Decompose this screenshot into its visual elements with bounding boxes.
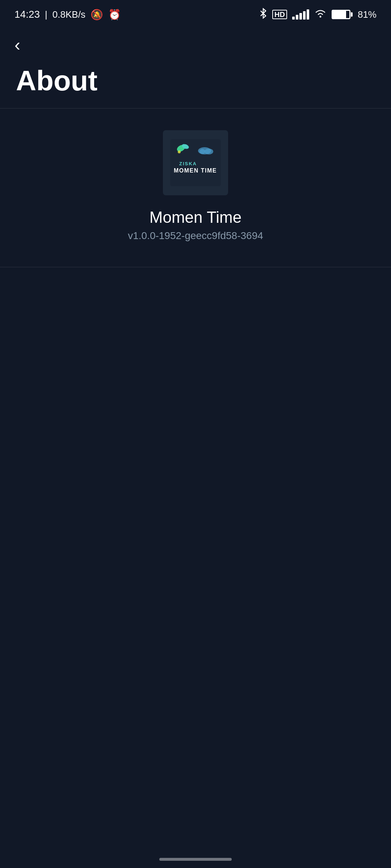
app-logo: ZISKA MOMEN TIME [163,130,228,195]
app-info-section: ZISKA MOMEN TIME Momen Time v1.0.0-1952-… [0,109,391,267]
svg-point-7 [199,149,205,154]
mute-icon: 🔕 [91,9,103,21]
speed-indicator: | [45,9,47,20]
status-right: HD 81% [259,8,377,21]
status-left: 14:23 | 0.8KB/s 🔕 ⏰ [14,9,121,21]
bottom-divider [0,267,391,267]
svg-point-4 [178,150,181,153]
page-title: About [0,61,391,108]
time-display: 14:23 [14,9,40,20]
hd-badge: HD [272,10,287,19]
back-chevron-icon: ‹ [14,35,20,54]
app-name: Momen Time [150,208,241,226]
wifi-icon [314,8,327,21]
svg-text:MOMEN TIME: MOMEN TIME [174,167,217,174]
battery-icon [332,10,353,19]
alarm-icon: ⏰ [108,9,121,21]
network-speed: 0.8KB/s [52,9,85,20]
svg-point-0 [319,16,321,17]
battery-percent: 81% [358,9,377,20]
home-indicator [159,858,232,861]
svg-point-6 [205,149,213,154]
back-button[interactable]: ‹ [0,29,391,61]
bluetooth-icon [259,8,267,21]
signal-bars [292,9,309,20]
app-logo-svg: ZISKA MOMEN TIME [170,139,221,186]
svg-text:ZISKA: ZISKA [179,161,197,166]
status-bar: 14:23 | 0.8KB/s 🔕 ⏰ HD [0,0,391,29]
app-version: v1.0.0-1952-geecc9fd58-3694 [128,230,263,242]
